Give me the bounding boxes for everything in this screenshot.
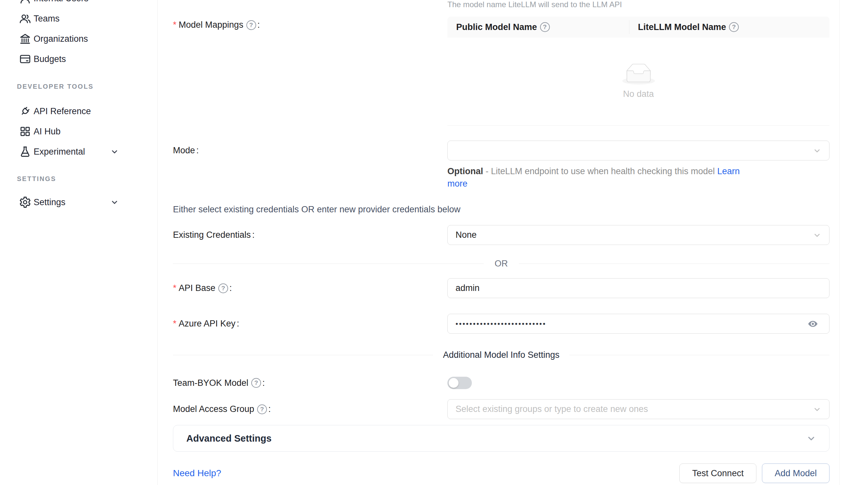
sidebar-item-label: API Reference xyxy=(34,106,91,117)
test-connect-button[interactable]: Test Connect xyxy=(679,463,756,483)
team-byok-toggle[interactable] xyxy=(447,377,472,389)
sidebar-item-teams[interactable]: Teams xyxy=(0,8,157,29)
sidebar-item-label: Teams xyxy=(34,14,60,24)
existing-credentials-value: None xyxy=(456,230,477,240)
optional-badge-text: Optional xyxy=(447,166,483,176)
users-icon xyxy=(19,12,32,25)
azure-api-key-input[interactable]: •••••••••••••••••••••••••• xyxy=(447,314,830,334)
table-header-row: Public Model Name ? LiteLLM Model Name ? xyxy=(447,17,830,37)
chevron-down-icon xyxy=(813,147,822,155)
gear-icon xyxy=(19,196,32,209)
api-base-row: * API Base ? : admin xyxy=(173,278,830,298)
model-mappings-table: Public Model Name ? LiteLLM Model Name ?… xyxy=(447,17,830,126)
mode-row: Mode : xyxy=(173,140,830,160)
api-base-label: * API Base ? : xyxy=(173,283,447,293)
eye-icon[interactable] xyxy=(804,317,822,330)
plug-icon xyxy=(19,105,32,118)
help-icon[interactable]: ? xyxy=(251,378,261,388)
sidebar: Internal Users Teams Organizations Budge… xyxy=(0,0,158,485)
user-icon xyxy=(19,0,32,5)
chevron-down-icon xyxy=(110,148,119,156)
model-access-group-placeholder: Select existing groups or type to create… xyxy=(456,404,648,414)
column-separator xyxy=(629,20,629,34)
sidebar-item-ai-hub[interactable]: AI Hub xyxy=(0,121,157,141)
sidebar-item-label: AI Hub xyxy=(34,127,61,137)
or-divider: OR xyxy=(173,255,830,272)
toggle-knob xyxy=(449,378,459,388)
help-icon[interactable]: ? xyxy=(257,405,267,414)
chevron-down-icon xyxy=(813,405,822,414)
api-base-input[interactable]: admin xyxy=(447,278,830,298)
model-access-group-select[interactable]: Select existing groups or type to create… xyxy=(447,399,830,419)
required-mark: * xyxy=(173,283,177,293)
sidebar-item-label: Internal Users xyxy=(34,0,88,4)
help-icon[interactable]: ? xyxy=(540,22,550,32)
chevron-down-icon xyxy=(806,433,816,443)
existing-credentials-select[interactable]: None xyxy=(447,225,830,245)
model-mappings-row: * Model Mappings ? : Public Model Name ?… xyxy=(173,17,830,126)
add-model-form: The model name LiteLLM will send to the … xyxy=(158,0,840,485)
model-name-help-text: The model name LiteLLM will send to the … xyxy=(447,1,830,8)
table-empty-state: No data xyxy=(447,37,830,126)
sidebar-item-settings[interactable]: Settings xyxy=(0,192,157,212)
sidebar-item-label: Experimental xyxy=(34,147,85,157)
sidebar-item-budgets[interactable]: Budgets xyxy=(0,49,157,69)
api-base-value: admin xyxy=(456,283,480,293)
model-access-group-label: Model Access Group ? : xyxy=(173,404,447,414)
sidebar-item-label: Budgets xyxy=(34,54,66,64)
app-window: Internal Users Teams Organizations Budge… xyxy=(0,0,868,485)
sidebar-nav-list: Internal Users Teams Organizations Budge… xyxy=(0,0,157,212)
need-help-link[interactable]: Need Help? xyxy=(173,468,221,479)
chevron-down-icon xyxy=(110,198,119,206)
help-icon[interactable]: ? xyxy=(218,284,228,293)
credentials-note: Either select existing credentials OR en… xyxy=(173,205,830,214)
flask-icon xyxy=(19,145,32,158)
mode-extra-help: Optional - LiteLLM endpoint to use when … xyxy=(447,165,754,190)
existing-credentials-row: Existing Credentials : None xyxy=(173,225,830,245)
sidebar-item-organizations[interactable]: Organizations xyxy=(0,29,157,49)
required-mark: * xyxy=(173,20,177,30)
sidebar-item-label: Organizations xyxy=(34,34,88,44)
mode-label: Mode : xyxy=(173,146,447,156)
team-byok-label: Team-BYOK Model ? : xyxy=(173,378,447,388)
azure-api-key-label: * Azure API Key : xyxy=(173,319,447,329)
credit-card-icon xyxy=(19,53,32,66)
help-icon[interactable]: ? xyxy=(246,20,256,30)
required-mark: * xyxy=(173,319,177,329)
sidebar-item-label: Settings xyxy=(34,197,66,207)
advanced-settings-title: Advanced Settings xyxy=(186,433,272,444)
column-header-litellm-model-name: LiteLLM Model Name ? xyxy=(629,22,739,32)
existing-credentials-label: Existing Credentials : xyxy=(173,230,447,240)
form-footer: Need Help? Test Connect Add Model xyxy=(173,463,830,483)
right-gutter xyxy=(840,0,868,485)
sidebar-item-experimental[interactable]: Experimental xyxy=(0,141,157,162)
sidebar-item-api-reference[interactable]: API Reference xyxy=(0,101,157,121)
bank-icon xyxy=(19,32,32,45)
sidebar-section-settings: SETTINGS xyxy=(0,174,157,183)
mode-select[interactable] xyxy=(447,140,830,160)
azure-api-key-row: * Azure API Key : ••••••••••••••••••••••… xyxy=(173,314,830,334)
model-mappings-label: * Model Mappings ? : xyxy=(173,17,447,30)
add-model-button[interactable]: Add Model xyxy=(762,463,830,483)
sidebar-section-developer-tools: DEVELOPER TOOLS xyxy=(0,82,157,91)
chevron-down-icon xyxy=(813,231,822,239)
grid-icon xyxy=(19,125,32,138)
team-byok-row: Team-BYOK Model ? : xyxy=(173,377,830,389)
no-data-text: No data xyxy=(623,89,654,99)
sidebar-item-internal-users[interactable]: Internal Users xyxy=(0,0,157,8)
additional-info-divider: Additional Model Info Settings xyxy=(173,347,830,363)
model-access-group-row: Model Access Group ? : Select existing g… xyxy=(173,399,830,419)
empty-inbox-icon xyxy=(622,64,655,85)
masked-password-value: •••••••••••••••••••••••••• xyxy=(456,314,546,334)
help-icon[interactable]: ? xyxy=(729,22,739,32)
column-header-public-model-name: Public Model Name ? xyxy=(447,22,629,32)
advanced-settings-panel[interactable]: Advanced Settings xyxy=(173,425,830,452)
